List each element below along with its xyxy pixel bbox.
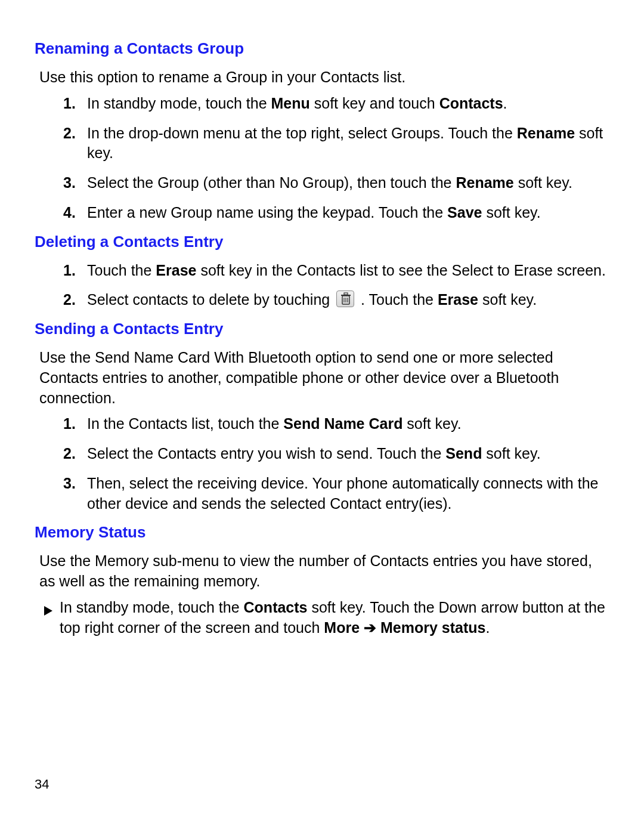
intro-renaming: Use this option to rename a Group in you… [39, 67, 609, 88]
bold-send-name-card: Send Name Card [283, 415, 402, 432]
text [376, 619, 380, 636]
step-number: 2. [63, 444, 76, 464]
step-number: 2. [63, 290, 76, 310]
bold-rename: Rename [517, 125, 575, 141]
text: soft key. [482, 445, 540, 462]
trash-icon [336, 290, 354, 307]
bold-erase: Erase [156, 262, 196, 279]
text: In standby mode, touch the [87, 95, 271, 112]
text: soft key and touch [310, 95, 439, 112]
step-2: 2. In the drop-down menu at the top righ… [63, 123, 609, 164]
text: In the Contacts list, touch the [87, 415, 283, 432]
step-1: 1. In the Contacts list, touch the Send … [63, 414, 609, 434]
steps-sending: 1. In the Contacts list, touch the Send … [63, 414, 609, 514]
text: . Touch the [357, 291, 438, 308]
svg-rect-5 [344, 293, 348, 295]
heading-renaming: Renaming a Contacts Group [35, 39, 609, 58]
step-number: 1. [63, 261, 76, 281]
intro-memory: Use the Memory sub-menu to view the numb… [39, 551, 609, 592]
step-number: 3. [63, 173, 76, 193]
text: Select the Contacts entry you wish to se… [87, 445, 445, 462]
text: . [485, 619, 490, 636]
memory-bullet: In standby mode, touch the Contacts soft… [43, 598, 609, 638]
step-2: 2. Select contacts to delete by touching… [63, 290, 609, 310]
step-2: 2. Select the Contacts entry you wish to… [63, 444, 609, 464]
intro-sending: Use the Send Name Card With Bluetooth op… [39, 348, 609, 408]
step-1: 1. Touch the Erase soft key in the Conta… [63, 261, 609, 281]
bold-contacts: Contacts [244, 599, 308, 616]
heading-sending: Sending a Contacts Entry [35, 320, 609, 338]
bold-more: More [324, 619, 360, 636]
step-number: 3. [63, 474, 76, 494]
bold-memory-status: Memory status [380, 619, 485, 636]
text: Select contacts to delete by touching [87, 291, 334, 308]
text: soft key in the Contacts list to see the… [196, 262, 605, 279]
text: Then, select the receiving device. Your … [87, 475, 598, 512]
text: soft key. [478, 291, 537, 308]
play-icon [43, 601, 54, 622]
text: Select the Group (other than No Group), … [87, 174, 456, 191]
step-number: 4. [63, 203, 76, 223]
bold-erase: Erase [438, 291, 478, 308]
bold-menu: Menu [271, 95, 310, 112]
step-number: 1. [63, 94, 76, 114]
text: . [503, 95, 507, 112]
step-3: 3. Then, select the receiving device. Yo… [63, 474, 609, 514]
heading-memory: Memory Status [35, 523, 609, 542]
svg-marker-6 [44, 606, 52, 616]
step-1: 1. In standby mode, touch the Menu soft … [63, 94, 609, 114]
heading-deleting: Deleting a Contacts Entry [35, 233, 609, 251]
text: soft key. [514, 174, 572, 191]
step-3: 3. Select the Group (other than No Group… [63, 173, 609, 193]
bullet-text: In standby mode, touch the Contacts soft… [60, 598, 609, 638]
step-number: 1. [63, 414, 76, 434]
step-4: 4. Enter a new Group name using the keyp… [63, 203, 609, 223]
text: In standby mode, touch the [60, 599, 244, 616]
text: Enter a new Group name using the keypad.… [87, 204, 447, 221]
text: soft key. [402, 415, 461, 432]
text: soft key. [482, 204, 540, 221]
steps-renaming: 1. In standby mode, touch the Menu soft … [63, 94, 609, 223]
bold-save: Save [447, 204, 482, 221]
arrow-icon: ➔ [364, 619, 376, 636]
page-number: 34 [35, 777, 49, 792]
steps-deleting: 1. Touch the Erase soft key in the Conta… [63, 261, 609, 311]
bold-contacts: Contacts [439, 95, 503, 112]
step-number: 2. [63, 123, 76, 144]
text: Touch the [87, 262, 156, 279]
bold-send: Send [445, 445, 482, 462]
text: In the drop-down menu at the top right, … [87, 125, 517, 141]
text [360, 619, 364, 636]
bold-rename: Rename [456, 174, 513, 191]
